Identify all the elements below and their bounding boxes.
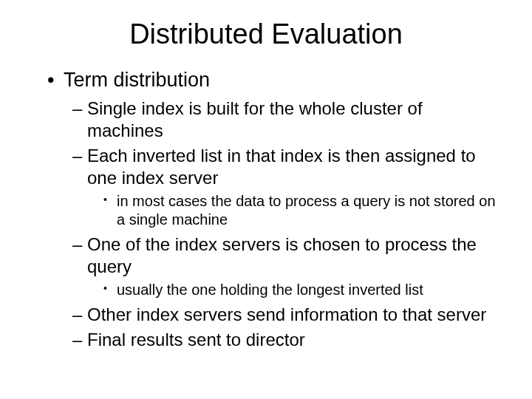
- slide-title: Distributed Evaluation: [30, 18, 502, 50]
- bullet-level1: Term distribution: [47, 69, 502, 92]
- bullet-level2: Each inverted list in that index is then…: [72, 145, 502, 189]
- bullet-level2: Single index is built for the whole clus…: [72, 98, 502, 142]
- bullet-level3: usually the one holding the longest inve…: [103, 281, 502, 299]
- bullet-level3: in most cases the data to process a quer…: [103, 192, 502, 229]
- bullet-level2: Other index servers send information to …: [72, 304, 502, 326]
- bullet-level2: Final results sent to director: [72, 329, 502, 351]
- bullet-level2: One of the index servers is chosen to pr…: [72, 233, 502, 278]
